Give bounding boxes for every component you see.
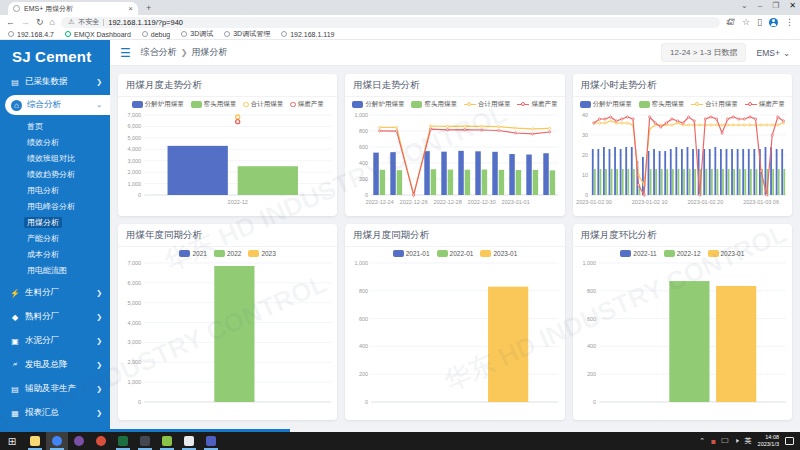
legend-item[interactable]: 合计用煤量	[691, 100, 738, 109]
sidebar-submenu-item-成本分析[interactable]: 成本分析	[0, 246, 110, 262]
tray-display-icon[interactable]: 🖵	[721, 437, 728, 445]
bookmark-item[interactable]: 3D调试	[181, 29, 213, 39]
taskbar-app-file-explorer[interactable]	[24, 432, 46, 450]
legend-item[interactable]: 煤磨产量	[517, 100, 557, 109]
svg-text:7,000: 7,000	[127, 112, 141, 118]
sidebar-item-comprehensive-analysis[interactable]: ⌂ 综合分析 ⌄	[5, 95, 110, 115]
legend-item[interactable]: 2022-11	[620, 250, 656, 257]
sidebar-submenu-item-用电能流图[interactable]: 用电能流图	[0, 262, 110, 278]
share-icon[interactable]: 🖅	[726, 18, 735, 27]
legend-item[interactable]: 煤磨产量	[290, 100, 324, 109]
user-menu-dropdown[interactable]: EMS+ ⌄	[756, 48, 790, 58]
chart-plot[interactable]: 01,0002,0003,0004,0005,0006,0007,000	[118, 258, 337, 408]
url-input[interactable]: ⚠ 不安全 192.168.1.119/?p=940	[61, 17, 720, 28]
reload-icon[interactable]: ↻	[36, 18, 44, 27]
legend-item[interactable]: 煤磨产量	[745, 100, 785, 109]
action-center-icon[interactable]	[785, 437, 794, 445]
sidebar-submenu-item-绩效趋势分析[interactable]: 绩效趋势分析	[0, 166, 110, 182]
legend-item[interactable]: 窑头用煤量	[411, 100, 457, 109]
legend-item[interactable]: 窑头用煤量	[191, 100, 237, 109]
window-close-button[interactable]: ✕	[789, 1, 796, 10]
sidebar-section-生料分厂[interactable]: ⚡ 生料分厂 ❯	[0, 281, 110, 305]
chart-plot[interactable]: 02004006008001,0002022-12-242022-12-2620…	[345, 110, 564, 206]
window-maximize-button[interactable]: ❐	[772, 1, 779, 10]
legend-item[interactable]: 合计用煤量	[243, 100, 283, 109]
profile-avatar[interactable]	[769, 18, 778, 27]
legend-item[interactable]: 2021-01	[393, 250, 430, 257]
chart-plot[interactable]: 01,0002,0003,0004,0005,0006,0007,0002022…	[118, 110, 337, 206]
start-button[interactable]: ⊞	[0, 436, 24, 447]
sidebar-submenu-item-产能分析[interactable]: 产能分析	[0, 230, 110, 246]
sidebar-section-报表汇总[interactable]: ▦ 报表汇总 ❯	[0, 401, 110, 425]
legend-item[interactable]: 分解炉用煤量	[132, 100, 184, 109]
sidebar-submenu-item-绩效分析[interactable]: 绩效分析	[0, 134, 110, 150]
legend-item[interactable]: 2023-01	[480, 250, 517, 257]
chart-legend: 2021-01 2022-01 2023-01	[345, 247, 564, 257]
window-minimize-button[interactable]: –	[758, 1, 762, 10]
legend-swatch-icon	[464, 104, 476, 106]
sidebar-submenu-item-用电峰谷分析[interactable]: 用电峰谷分析	[0, 198, 110, 214]
legend-item[interactable]: 2022	[214, 250, 241, 257]
sidebar-item-collected-data[interactable]: ▤ 已采集数据 ❯	[0, 71, 110, 93]
hamburger-menu-icon[interactable]: ☰	[120, 46, 131, 60]
legend-item[interactable]: 2023	[248, 250, 275, 257]
chart-plot[interactable]: 02004006008001,000	[573, 258, 792, 408]
svg-text:0: 0	[138, 192, 141, 198]
taskbar-clock[interactable]: 14:08 2023/1/3	[758, 434, 779, 448]
tab-close-icon[interactable]: ×	[128, 5, 133, 13]
bookmark-star-icon[interactable]: ☆	[742, 18, 750, 27]
back-icon[interactable]: ←	[6, 18, 15, 27]
browser-menu-kebab-icon[interactable]: ⋮	[785, 18, 794, 27]
sidebar-section-熟料分厂[interactable]: ◆ 熟料分厂 ❯	[0, 305, 110, 329]
taskbar-app-chrome[interactable]	[46, 432, 68, 450]
bookmark-item[interactable]: debug	[142, 31, 170, 38]
home-icon[interactable]: ⌂	[50, 18, 55, 27]
bookmark-item[interactable]: 3D调试管理	[224, 29, 270, 39]
legend-item[interactable]: 合计用煤量	[464, 100, 511, 109]
tray-shield-icon[interactable]: ◙	[711, 438, 715, 445]
chart-plot[interactable]: 02004006008001,000	[345, 258, 564, 408]
taskbar-app-media-player[interactable]	[134, 432, 156, 450]
ime-indicator[interactable]: 英	[745, 436, 752, 446]
svg-text:800: 800	[359, 128, 368, 134]
not-secure-warning-icon[interactable]: ⚠	[68, 18, 74, 26]
legend-item[interactable]: 窑头用煤量	[639, 100, 685, 109]
chart-plot[interactable]: 0102030402023-01-02 002023-01-02 102023-…	[573, 110, 792, 206]
legend-swatch-icon	[517, 104, 529, 106]
taskbar-app-notepad[interactable]	[156, 432, 178, 450]
breadcrumb-parent[interactable]: 综合分析	[141, 46, 177, 59]
new-tab-button[interactable]: +	[146, 3, 151, 15]
sidebar-submenu-item-用煤分析[interactable]: 用煤分析	[0, 214, 110, 230]
legend-item[interactable]: 2022-12	[664, 250, 701, 257]
bookmark-item[interactable]: 192.168.4.7	[8, 31, 54, 38]
svg-text:600: 600	[587, 316, 596, 322]
app-glyph-icon	[118, 436, 128, 446]
legend-item[interactable]: 2022-01	[437, 250, 474, 257]
sidebar-section-辅助及非生产[interactable]: ▤ 辅助及非生产 ❯	[0, 377, 110, 401]
bookmark-item[interactable]: 192.168.1.119	[281, 31, 334, 38]
taskbar-app-teams[interactable]	[200, 432, 222, 450]
sidebar-submenu-item-首页[interactable]: 首页	[0, 118, 110, 134]
side-panel-icon[interactable]: ▯	[757, 18, 762, 27]
date-range-button[interactable]: 12-24 > 1-3 日数据	[661, 43, 746, 62]
sidebar-section-发电及总降[interactable]: 🗲 发电及总降 ❯	[0, 353, 110, 377]
bookmark-item[interactable]: EMQX Dashboard	[65, 31, 131, 38]
legend-item[interactable]: 分解炉用煤量	[352, 100, 404, 109]
omnibox-divider	[103, 19, 104, 26]
legend-item[interactable]: 2023-01	[708, 250, 745, 257]
taskbar-app-excel[interactable]	[112, 432, 134, 450]
taskbar-app-app-pinwheel[interactable]	[90, 432, 112, 450]
tray-volume-icon[interactable]: 🕨	[734, 437, 738, 445]
forward-icon[interactable]: →	[21, 18, 30, 27]
tab-search-chevron-icon[interactable]: ⌄	[741, 1, 748, 10]
browser-tab[interactable]: EMS+ 用煤分析 ×	[8, 2, 138, 15]
taskbar-app-app-purple[interactable]	[68, 432, 90, 450]
legend-item[interactable]: 2021	[179, 250, 206, 257]
tray-chevron-up-icon[interactable]: ⌃	[699, 437, 705, 445]
legend-item[interactable]: 分解炉用煤量	[580, 100, 632, 109]
sidebar-section-水泥分厂[interactable]: ▣ 水泥分厂 ❯	[0, 329, 110, 353]
sidebar-submenu-item-用电分析[interactable]: 用电分析	[0, 182, 110, 198]
app-glyph-icon	[206, 436, 216, 446]
sidebar-submenu-item-绩效班组对比[interactable]: 绩效班组对比	[0, 150, 110, 166]
taskbar-app-app-white[interactable]	[178, 432, 200, 450]
